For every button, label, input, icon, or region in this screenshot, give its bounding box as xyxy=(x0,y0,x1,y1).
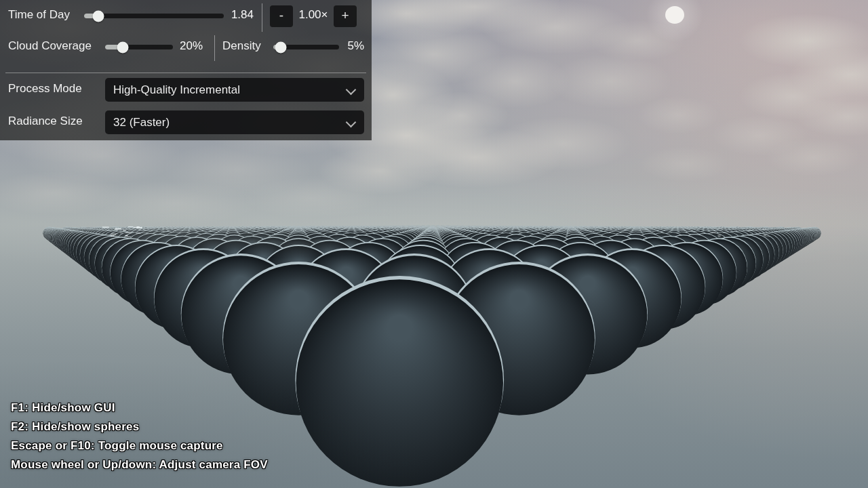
density-slider[interactable] xyxy=(273,45,339,49)
process-mode-select[interactable]: High-Quality Incremental xyxy=(105,78,364,102)
density-label: Density xyxy=(222,39,261,53)
radiance-size-label: Radiance Size xyxy=(8,115,83,128)
speed-decrease-button[interactable]: - xyxy=(270,5,293,27)
slider-thumb[interactable] xyxy=(275,41,286,53)
slider-thumb[interactable] xyxy=(117,41,129,53)
radiance-size-select[interactable]: 32 (Faster) xyxy=(105,110,364,134)
density-value: 5% xyxy=(339,39,364,53)
time-of-day-label: Time of Day xyxy=(8,8,70,22)
speed-increase-button[interactable]: + xyxy=(334,5,357,27)
divider xyxy=(262,3,262,32)
process-mode-label: Process Mode xyxy=(8,82,82,96)
cloud-coverage-slider[interactable] xyxy=(105,45,173,49)
time-of-day-slider[interactable] xyxy=(84,14,224,18)
slider-thumb[interactable] xyxy=(92,10,104,22)
chevron-down-icon xyxy=(346,117,357,128)
help-overlay: F1: Hide/show GUI F2: Hide/show spheres … xyxy=(11,399,268,474)
cloud-coverage-value: 20% xyxy=(174,39,203,53)
help-line: F1: Hide/show GUI xyxy=(11,399,268,418)
process-mode-selected-option: High-Quality Incremental xyxy=(113,78,240,102)
cloud-coverage-label: Cloud Coverage xyxy=(8,39,92,53)
time-of-day-value: 1.84 xyxy=(224,8,254,22)
help-line: Mouse wheel or Up/down: Adjust camera FO… xyxy=(11,455,268,474)
chevron-down-icon xyxy=(346,85,357,96)
help-line: F2: Hide/show spheres xyxy=(11,418,268,436)
app-window: Time of Day 1.84 - 1.00× + Cloud Coverag… xyxy=(0,0,868,488)
speed-value: 1.00× xyxy=(294,8,332,22)
radiance-size-selected-option: 32 (Faster) xyxy=(113,110,170,134)
help-line: Escape or F10: Toggle mouse capture xyxy=(11,436,268,455)
divider xyxy=(214,35,215,61)
divider xyxy=(5,73,366,73)
settings-panel: Time of Day 1.84 - 1.00× + Cloud Coverag… xyxy=(0,0,372,140)
